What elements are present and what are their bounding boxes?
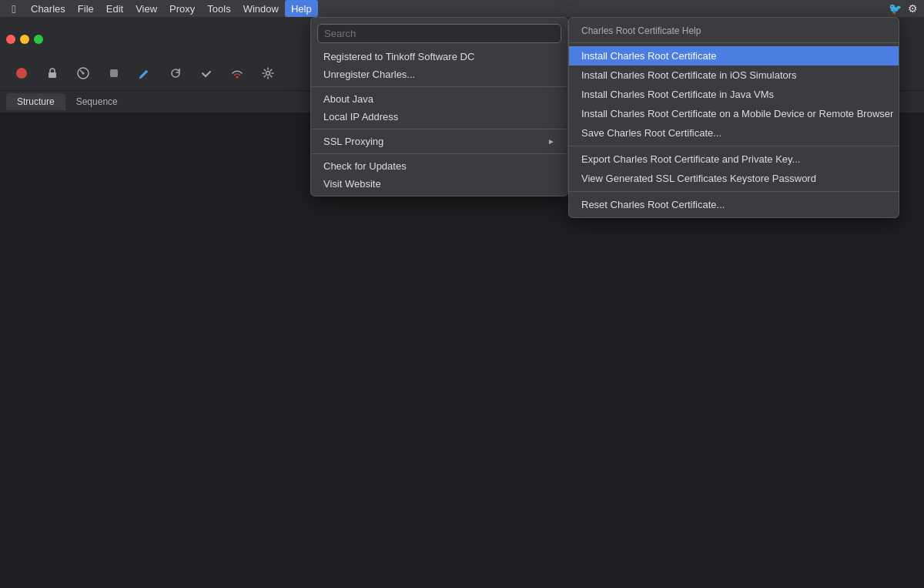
close-button[interactable]: [6, 35, 15, 44]
divider-2: [311, 129, 567, 129]
menubar-item-charles[interactable]: Charles: [25, 0, 72, 17]
network-icon[interactable]: [225, 61, 249, 86]
throttle-icon[interactable]: [71, 61, 95, 86]
ssl-header-divider: [569, 42, 899, 43]
apple-icon: : [12, 2, 15, 15]
svg-rect-4: [110, 69, 118, 77]
menu-item-local-ip[interactable]: Local IP Address: [311, 108, 567, 126]
traffic-lights: [0, 35, 49, 44]
ssl-item-save-root[interactable]: Save Charles Root Certificate...: [569, 123, 899, 143]
submenu-arrow-icon: ►: [547, 137, 555, 146]
search-input[interactable]: [317, 24, 561, 43]
ssl-item-install-root[interactable]: Install Charles Root Certificate: [569, 46, 899, 66]
edit-icon[interactable]: [132, 61, 157, 86]
refresh-icon[interactable]: [163, 61, 188, 86]
apple-menu[interactable]: : [6, 0, 22, 17]
ssl-item-view-keystore[interactable]: View Generated SSL Certificates Keystore…: [569, 169, 899, 188]
ssl-submenu-header: Charles Root Certificate Help: [569, 21, 899, 39]
charles-icon: 🐦: [889, 2, 902, 15]
lock-icon[interactable]: [40, 61, 65, 86]
ssl-item-reset[interactable]: Reset Charles Root Certificate...: [569, 195, 899, 214]
svg-point-5: [236, 76, 239, 78]
help-dropdown: Registered to Tinkoff Software DC Unregi…: [310, 17, 568, 197]
menubar:  Charles File Edit View Proxy Tools Win…: [0, 0, 924, 17]
ssl-divider-1: [569, 146, 899, 146]
menu-item-visit-website[interactable]: Visit Website: [311, 175, 567, 193]
svg-rect-1: [49, 72, 56, 78]
menu-item-unregister[interactable]: Unregister Charles...: [311, 66, 567, 83]
svg-point-0: [16, 68, 27, 79]
menubar-item-file[interactable]: File: [72, 0, 100, 17]
menubar-item-edit[interactable]: Edit: [100, 0, 129, 17]
tab-sequence[interactable]: Sequence: [65, 93, 129, 110]
menubar-item-help[interactable]: Help: [285, 0, 318, 17]
tab-structure[interactable]: Structure: [6, 93, 65, 110]
menubar-item-tools[interactable]: Tools: [201, 0, 236, 17]
maximize-button[interactable]: [34, 35, 43, 44]
record-button[interactable]: [9, 61, 34, 86]
divider-3: [311, 153, 567, 154]
minimize-button[interactable]: [20, 35, 29, 44]
settings-icon[interactable]: [256, 61, 280, 86]
menubar-right: 🐦 ⚙: [889, 2, 918, 15]
ssl-item-install-ios[interactable]: Install Charles Root Certificate in iOS …: [569, 66, 899, 85]
ssl-item-install-java[interactable]: Install Charles Root Certificate in Java…: [569, 85, 899, 104]
stop-icon[interactable]: [102, 61, 126, 86]
menubar-item-view[interactable]: View: [129, 0, 163, 17]
svg-point-6: [266, 71, 270, 75]
menu-item-check-updates[interactable]: Check for Updates: [311, 157, 567, 175]
ssl-item-install-mobile[interactable]: Install Charles Root Certificate on a Mo…: [569, 104, 899, 123]
menubar-item-window[interactable]: Window: [237, 0, 285, 17]
menu-item-about-java[interactable]: About Java: [311, 90, 567, 108]
control-center-icon: ⚙: [908, 2, 918, 15]
menu-item-registered[interactable]: Registered to Tinkoff Software DC: [311, 48, 567, 66]
menubar-item-proxy[interactable]: Proxy: [163, 0, 201, 17]
ssl-divider-2: [569, 191, 899, 192]
menu-item-ssl-proxying[interactable]: SSL Proxying ►: [311, 133, 567, 150]
check-icon[interactable]: [194, 61, 219, 86]
ssl-item-export[interactable]: Export Charles Root Certificate and Priv…: [569, 150, 899, 169]
ssl-submenu: Charles Root Certificate Help Install Ch…: [568, 17, 899, 218]
divider-1: [311, 86, 567, 87]
svg-point-3: [82, 72, 85, 74]
